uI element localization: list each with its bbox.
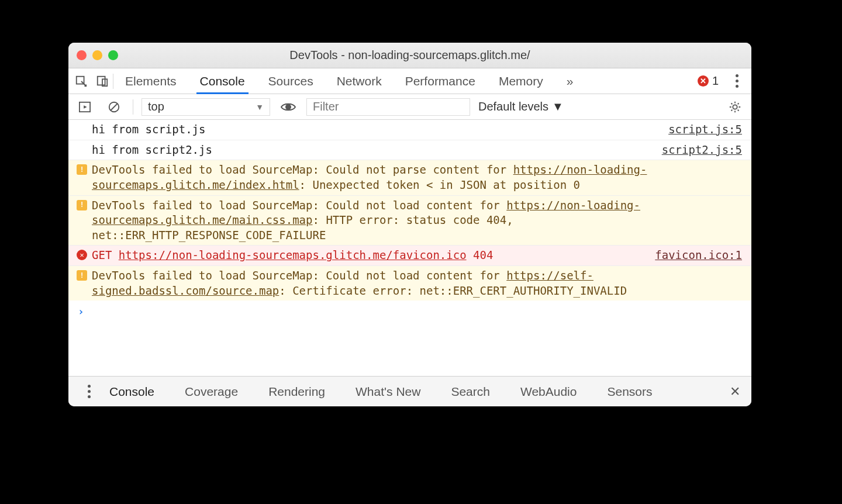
drawer-tab-webaudio[interactable]: WebAudio bbox=[519, 377, 578, 406]
tab-sources[interactable]: Sources bbox=[267, 68, 315, 94]
log-levels-select[interactable]: Default levels ▼ bbox=[478, 100, 564, 113]
drawer-tab-whatsnew[interactable]: What's New bbox=[354, 377, 422, 406]
inspect-element-icon[interactable] bbox=[71, 71, 92, 92]
error-counter[interactable]: ✕ 1 bbox=[698, 74, 719, 88]
drawer-tab-console[interactable]: Console bbox=[108, 377, 156, 406]
warning-icon: ! bbox=[77, 270, 87, 281]
message-source-link[interactable]: script2.js:5 bbox=[650, 143, 742, 158]
minimize-window-button[interactable] bbox=[92, 50, 102, 60]
svg-point-6 bbox=[286, 105, 291, 109]
drawer-tabs-bar: Console Coverage Rendering What's New Se… bbox=[68, 376, 751, 406]
chevron-down-icon: ▼ bbox=[552, 100, 564, 113]
execution-context-select[interactable]: top ▼ bbox=[142, 98, 270, 116]
console-warning[interactable]: ! DevTools failed to load SourceMap: Cou… bbox=[68, 160, 751, 195]
message-text: DevTools failed to load SourceMap: Could… bbox=[92, 198, 742, 243]
device-toolbar-icon[interactable] bbox=[92, 71, 113, 92]
console-prompt[interactable]: › bbox=[68, 301, 751, 322]
message-text: DevTools failed to load SourceMap: Could… bbox=[92, 163, 742, 192]
live-expression-icon[interactable] bbox=[278, 96, 298, 118]
console-settings-icon[interactable] bbox=[724, 96, 746, 118]
tab-console[interactable]: Console bbox=[199, 68, 246, 94]
tab-performance[interactable]: Performance bbox=[404, 68, 477, 94]
message-text: hi from script.js bbox=[92, 122, 205, 137]
warning-icon: ! bbox=[77, 200, 87, 210]
execution-context-value: top bbox=[148, 100, 164, 113]
message-text: DevTools failed to load SourceMap: Could… bbox=[92, 268, 742, 298]
console-filter-input[interactable] bbox=[306, 98, 470, 116]
window-title: DevTools - non-loading-sourcemaps.glitch… bbox=[289, 49, 530, 62]
log-levels-label: Default levels bbox=[478, 100, 548, 113]
tab-elements[interactable]: Elements bbox=[124, 68, 178, 94]
message-text: hi from script2.js bbox=[92, 143, 212, 158]
tab-network[interactable]: Network bbox=[336, 68, 383, 94]
console-message[interactable]: hi from script2.js script2.js:5 bbox=[68, 140, 751, 160]
console-output: hi from script.js script.js:5 hi from sc… bbox=[68, 120, 751, 376]
warning-icon: ! bbox=[77, 164, 87, 175]
traffic-lights bbox=[77, 50, 118, 60]
main-menu-icon[interactable] bbox=[728, 74, 746, 88]
drawer-tab-search[interactable]: Search bbox=[450, 377, 491, 406]
drawer-menu-icon[interactable] bbox=[80, 385, 98, 398]
zoom-window-button[interactable] bbox=[108, 50, 118, 60]
toggle-sidebar-icon[interactable] bbox=[74, 96, 95, 118]
console-toolbar: top ▼ Default levels ▼ bbox=[68, 94, 751, 120]
message-url-link[interactable]: https://non-loading-sourcemaps.glitch.me… bbox=[119, 248, 467, 261]
error-icon: ✕ bbox=[698, 75, 709, 87]
message-source-link[interactable]: script.js:5 bbox=[657, 122, 742, 137]
chevron-down-icon: ▼ bbox=[256, 102, 264, 112]
console-warning[interactable]: ! DevTools failed to load SourceMap: Cou… bbox=[68, 195, 751, 246]
clear-console-icon[interactable] bbox=[103, 96, 125, 118]
console-error[interactable]: ✕ GET https://non-loading-sourcemaps.gli… bbox=[68, 245, 751, 265]
svg-line-5 bbox=[111, 103, 118, 110]
tab-memory[interactable]: Memory bbox=[498, 68, 544, 94]
devtools-window: DevTools - non-loading-sourcemaps.glitch… bbox=[68, 43, 751, 406]
divider bbox=[113, 74, 113, 89]
drawer-close-icon[interactable]: ✕ bbox=[724, 384, 746, 399]
message-text: GET https://non-loading-sourcemaps.glitc… bbox=[92, 248, 493, 263]
console-warning[interactable]: ! DevTools failed to load SourceMap: Cou… bbox=[68, 265, 751, 301]
tabs-overflow[interactable]: » bbox=[565, 68, 575, 94]
message-source-link[interactable]: favicon.ico:1 bbox=[643, 248, 742, 263]
console-message[interactable]: hi from script.js script.js:5 bbox=[68, 120, 751, 140]
drawer-tab-sensors[interactable]: Sensors bbox=[606, 377, 653, 406]
error-icon: ✕ bbox=[77, 250, 87, 260]
titlebar: DevTools - non-loading-sourcemaps.glitch… bbox=[68, 43, 751, 68]
drawer-tabs: Console Coverage Rendering What's New Se… bbox=[108, 377, 654, 406]
drawer-tab-coverage[interactable]: Coverage bbox=[184, 377, 239, 406]
close-window-button[interactable] bbox=[77, 50, 87, 60]
svg-point-7 bbox=[733, 105, 737, 109]
svg-rect-1 bbox=[98, 76, 105, 85]
main-tabs-bar: Elements Console Sources Network Perform… bbox=[68, 68, 751, 94]
error-count-value: 1 bbox=[712, 74, 719, 88]
drawer-tab-rendering[interactable]: Rendering bbox=[267, 377, 326, 406]
main-tabs: Elements Console Sources Network Perform… bbox=[124, 68, 574, 94]
divider bbox=[133, 99, 133, 115]
